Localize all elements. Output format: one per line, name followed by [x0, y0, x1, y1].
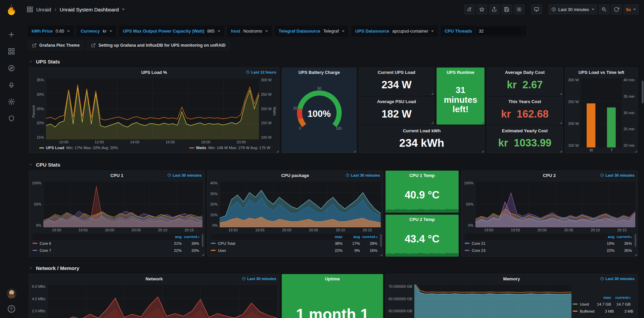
dashboard-scrollbar[interactable]: [642, 81, 644, 103]
legend-row[interactable]: Core 21 19%35%: [465, 240, 632, 247]
breadcrumb-title[interactable]: Unraid System Dashboard: [60, 7, 119, 12]
clock-icon: [167, 173, 171, 177]
zoom-out-button[interactable]: [599, 4, 609, 14]
variable-dropdown[interactable]: CPU Threads 32: [441, 26, 526, 37]
stat-value: 43.4 °C: [405, 233, 440, 245]
share-button[interactable]: [489, 4, 500, 14]
ups-stat-grid: Current UPS Load 234 W UPS Runtime 31 mi…: [359, 67, 563, 153]
cpu-package-chart[interactable]: [220, 181, 381, 227]
configuration-gear-icon[interactable]: [8, 98, 15, 105]
refresh-button[interactable]: [611, 4, 622, 14]
panel-title[interactable]: UPS Load %: [141, 70, 167, 75]
panel-cpu2: CPU 2 Last 30 minutes 100%50%0% 19:5019:…: [461, 171, 638, 257]
section-network-memory[interactable]: Network / Memory: [29, 264, 638, 272]
panel-time-override[interactable]: Last 30 minutes: [346, 173, 380, 177]
help-icon[interactable]: ?: [8, 305, 15, 313]
dashboards-icon[interactable]: [8, 48, 15, 55]
panel-cpu1-temp: CPU 1 Temp 40.9 °C: [385, 171, 459, 213]
dashboard-link[interactable]: Setting up Grafana and InfluxDB for UPS …: [87, 41, 229, 50]
legend-header[interactable]: avgcurrent: [465, 234, 632, 240]
legend-row[interactable]: User 22%9%16%: [211, 247, 377, 254]
memory-chart[interactable]: [414, 284, 571, 318]
y-axis-ticks-left: 6.0 MBs4.0 MBs2.0 MBs0 MBs: [31, 284, 47, 318]
clock-icon: [600, 277, 604, 281]
panel-header[interactable]: UPS Load % Last 12 hours: [29, 68, 279, 77]
clock-icon: [246, 70, 250, 74]
cpu2-temp-sparkline: [386, 247, 458, 256]
breadcrumb-app[interactable]: Unraid: [36, 7, 51, 12]
panel-title[interactable]: UPS Battery Charge: [298, 70, 340, 75]
cpu-temp-column: CPU 1 Temp 40.9 °C CPU 2 Temp 43.4 °C: [385, 171, 459, 257]
legend-header[interactable]: maxavgcurrent: [211, 234, 377, 240]
refresh-interval-picker[interactable]: 5s: [624, 4, 639, 14]
svg-text:0: 0: [299, 127, 301, 130]
chevron-down-icon[interactable]: [122, 9, 125, 11]
add-panel-button[interactable]: [464, 4, 475, 14]
section-ups-stats[interactable]: UPS Stats: [29, 57, 638, 65]
panel-time-override[interactable]: Last 30 minutes: [600, 277, 635, 281]
panel-estimated-yearly-cost: Estimated Yearly Cost kr 1033.99: [487, 126, 563, 153]
legend-header[interactable]: avgcurrent: [33, 234, 199, 240]
ups-load-chart[interactable]: [46, 78, 259, 139]
legend-row[interactable]: Buffered 3 MB3 MB: [573, 308, 631, 315]
legend-header[interactable]: maxcurrent: [573, 294, 631, 301]
battery-gauge: 0 20 50 100 100%: [282, 77, 356, 153]
chart-legend: UPS Load Min: 17% Max: 32% Avg: 20% Watt…: [29, 145, 279, 153]
variable-dropdown[interactable]: kWh Price 0.65: [28, 26, 74, 37]
x-axis-ticks: 10:0012:0014:0016:0018:0020:00: [46, 139, 259, 145]
panel-time-override[interactable]: Last 30 minutes: [600, 173, 635, 177]
variable-dropdown[interactable]: host Nostromo: [227, 26, 272, 37]
dashboard-links: Grafana Plex Theme Setting up Grafana an…: [28, 41, 639, 50]
legend-scrollbar[interactable]: [635, 234, 636, 247]
panel-time-override[interactable]: Last 30 minutes: [242, 277, 276, 281]
panel-memory: Memory Last 30 minutes 70.000000 GB60.00…: [385, 274, 638, 318]
legend-scrollbar[interactable]: [380, 234, 382, 247]
legend-row[interactable]: CPU Total 38%17%28%: [211, 240, 377, 247]
uptime-value: 1 month 1: [282, 305, 383, 318]
panel-uptime: Uptime 1 month 1: [282, 274, 383, 318]
panel-time-override[interactable]: Last 12 hours: [246, 70, 276, 74]
y-axis-ticks-left: 35%30%25%20%15%: [36, 78, 46, 145]
chevron-down-icon: [342, 31, 344, 33]
clock-icon: [551, 7, 556, 12]
network-chart[interactable]: [47, 284, 277, 318]
legend-scrollbar[interactable]: [202, 234, 203, 247]
user-avatar[interactable]: [6, 288, 16, 299]
sidebar: ?: [0, 0, 22, 318]
legend-row[interactable]: Core 6 21%39%: [33, 240, 199, 247]
legend-table: maxavgcurrent CPU Total 38%17%28% User: [208, 233, 383, 256]
ups-bar-chart[interactable]: [581, 78, 622, 147]
variable-dropdown[interactable]: Currency kr: [77, 26, 116, 37]
variable-dropdown[interactable]: UPS Datasource apcupsd-container: [352, 26, 438, 37]
legend-entry[interactable]: UPS Load Min: 17% Max: 32% Avg: 20%: [39, 146, 118, 150]
legend-row[interactable]: Core 7 22%33%: [33, 247, 199, 254]
legend-entry[interactable]: Watts Min: 148 W Max: 278 W Avg: 175 W: [189, 146, 270, 150]
dashboard-settings-button[interactable]: [514, 4, 524, 14]
cpu2-chart[interactable]: [475, 181, 635, 227]
time-range-picker[interactable]: Last 30 minutes: [549, 4, 597, 14]
explore-compass-icon[interactable]: [8, 64, 15, 72]
cpu1-chart[interactable]: [43, 181, 202, 227]
grafana-logo-icon[interactable]: [4, 3, 18, 17]
alerting-bell-icon[interactable]: [8, 81, 15, 89]
dashboard-link[interactable]: Grafana Plex Theme: [28, 41, 84, 50]
section-cpu-stats[interactable]: CPU Stats: [29, 161, 638, 169]
panel-time-override[interactable]: Last 30 minutes: [167, 173, 202, 177]
bar-labels: WT: [581, 147, 622, 153]
tv-mode-button[interactable]: [531, 4, 542, 14]
panel-network: Network Last 30 minutes 6.0 MBs4.0 MBs2.…: [29, 274, 279, 318]
save-button[interactable]: [501, 4, 512, 14]
legend-row[interactable]: Core 23 22%35%: [465, 247, 632, 254]
chevron-down-icon: [109, 31, 112, 33]
create-plus-icon[interactable]: [8, 31, 15, 38]
star-button[interactable]: [476, 4, 487, 14]
server-admin-shield-icon[interactable]: [8, 115, 15, 122]
variable-dropdown[interactable]: UPS Max Output Power Capacity (Watt) 865: [119, 26, 224, 37]
stat-value: 234 kWh: [399, 137, 444, 149]
panel-cpu2-temp: CPU 2 Temp 43.4 °C: [385, 215, 459, 257]
variable-dropdown[interactable]: Telegraf Datasource Telegraf: [275, 26, 348, 37]
legend-row[interactable]: Used 14.7 GB14.7 GB: [573, 301, 631, 308]
clock-icon: [346, 173, 350, 177]
y-axis-label-right: Watts: [272, 78, 277, 145]
panel-ups-load-percent: UPS Load % Last 12 hours Percent 35%30%2…: [29, 67, 279, 153]
